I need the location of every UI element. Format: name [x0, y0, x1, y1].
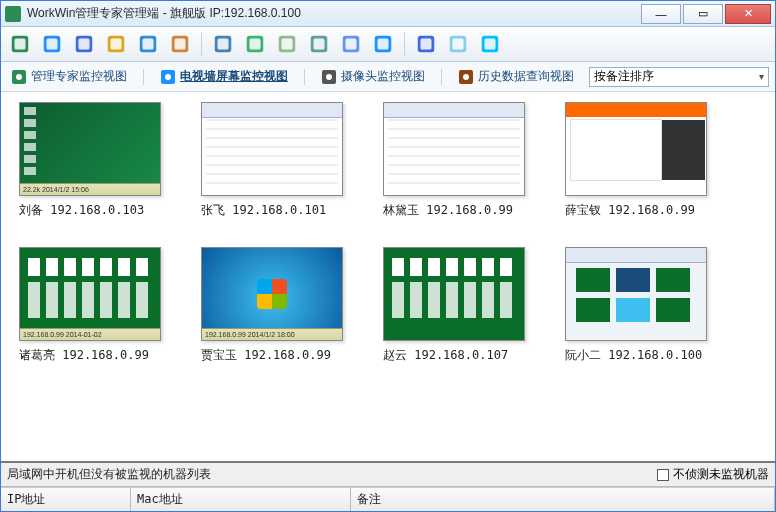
mail-icon[interactable] [274, 31, 300, 57]
svg-rect-11 [175, 39, 186, 50]
tab-label: 摄像头监控视图 [341, 68, 425, 85]
screenshot-preview[interactable] [565, 247, 707, 341]
unmonitored-panel: 局域网中开机但没有被监视的机器列表 不侦测未监视机器 IP地址 Mac地址 备注 [1, 461, 775, 511]
screenshot-preview[interactable]: 22.2k 2014/1/2 15:06 [19, 102, 161, 196]
content-area: 22.2k 2014/1/2 15:06刘备 192.168.0.103张飞 1… [1, 92, 775, 461]
tab-history[interactable]: 历史数据查询视图 [454, 66, 578, 87]
screenshot-preview[interactable] [383, 102, 525, 196]
svg-rect-7 [111, 39, 122, 50]
screenshot-preview[interactable]: 192.168.0.99 2014-01-02 [19, 247, 161, 341]
list-icon[interactable] [445, 31, 471, 57]
thumbnail-grid: 22.2k 2014/1/2 15:06刘备 192.168.0.103张飞 1… [19, 102, 757, 364]
maximize-button[interactable]: ▭ [683, 4, 723, 24]
book-icon[interactable] [413, 31, 439, 57]
checkbox-label: 不侦测未监视机器 [673, 466, 769, 483]
svg-rect-1 [15, 39, 26, 50]
col-note[interactable]: 备注 [351, 488, 775, 511]
sort-dropdown[interactable]: 按备注排序 ▾ [589, 67, 769, 87]
globe-icon[interactable] [39, 31, 65, 57]
client-thumbnail: 林黛玉 192.168.0.99 [383, 102, 525, 219]
zoom-icon[interactable] [306, 31, 332, 57]
client-caption: 赵云 192.168.0.107 [383, 347, 525, 364]
client-thumbnail: 阮小二 192.168.0.100 [565, 247, 707, 364]
app-icon [5, 6, 21, 22]
monitor-icon[interactable] [7, 31, 33, 57]
screenshot-preview[interactable] [565, 102, 707, 196]
tab-label: 电视墙屏幕监控视图 [180, 68, 288, 85]
unmonitored-table-header: IP地址 Mac地址 备注 [1, 487, 775, 511]
client-thumbnail: 192.168.0.99 2014-01-02诸葛亮 192.168.0.99 [19, 247, 161, 364]
client-thumbnail: 赵云 192.168.0.107 [383, 247, 525, 364]
tab-eye[interactable]: 管理专家监控视图 [7, 66, 131, 87]
unmonitored-header: 局域网中开机但没有被监视的机器列表 [7, 466, 657, 483]
close-button[interactable]: ✕ [725, 4, 771, 24]
window-title: WorkWin管理专家管理端 - 旗舰版 IP:192.168.0.100 [27, 5, 639, 22]
svg-rect-27 [453, 39, 464, 50]
lock-icon[interactable] [167, 31, 193, 57]
col-ip[interactable]: IP地址 [1, 488, 131, 511]
tab-label: 管理专家监控视图 [31, 68, 127, 85]
client-thumbnail: 薛宝钗 192.168.0.99 [565, 102, 707, 219]
screenshot-statusbar: 22.2k 2014/1/2 15:06 [20, 183, 160, 195]
tab-camera[interactable]: 摄像头监控视图 [317, 66, 429, 87]
svg-point-35 [326, 74, 332, 80]
svg-rect-13 [218, 39, 229, 50]
svg-rect-21 [346, 39, 357, 50]
svg-rect-5 [79, 39, 90, 50]
chevron-down-icon: ▾ [759, 71, 764, 82]
svg-rect-3 [47, 39, 58, 50]
sort-label: 按备注排序 [594, 68, 654, 85]
svg-rect-9 [143, 39, 154, 50]
svg-rect-15 [250, 39, 261, 50]
client-caption: 张飞 192.168.0.101 [201, 202, 343, 219]
main-toolbar [1, 27, 775, 62]
client-thumbnail: 22.2k 2014/1/2 15:06刘备 192.168.0.103 [19, 102, 161, 219]
titlebar: WorkWin管理专家管理端 - 旗舰版 IP:192.168.0.100 — … [1, 1, 775, 27]
screenshot-preview[interactable]: 192.168.0.99 2014/1/2 18:00 [201, 247, 343, 341]
svg-rect-29 [485, 39, 496, 50]
client-thumbnail: 192.168.0.99 2014/1/2 18:00贾宝玉 192.168.0… [201, 247, 343, 364]
screenshot-statusbar: 192.168.0.99 2014-01-02 [20, 328, 160, 340]
client-caption: 贾宝玉 192.168.0.99 [201, 347, 343, 364]
disc-icon[interactable] [370, 31, 396, 57]
svg-point-33 [165, 74, 171, 80]
client-caption: 林黛玉 192.168.0.99 [383, 202, 525, 219]
svg-rect-25 [421, 39, 432, 50]
users-icon[interactable] [103, 31, 129, 57]
check-icon[interactable] [242, 31, 268, 57]
tab-label: 历史数据查询视图 [478, 68, 574, 85]
screenshot-preview[interactable] [201, 102, 343, 196]
client-caption: 薛宝钗 192.168.0.99 [565, 202, 707, 219]
view-tabbar: 管理专家监控视图电视墙屏幕监控视图摄像头监控视图历史数据查询视图 按备注排序 ▾ [1, 62, 775, 92]
col-mac[interactable]: Mac地址 [131, 488, 351, 511]
chart-icon[interactable] [135, 31, 161, 57]
display-icon[interactable] [71, 31, 97, 57]
chain-icon[interactable] [338, 31, 364, 57]
svg-point-37 [463, 74, 469, 80]
client-caption: 刘备 192.168.0.103 [19, 202, 161, 219]
client-thumbnail: 张飞 192.168.0.101 [201, 102, 343, 219]
svg-rect-23 [378, 39, 389, 50]
svg-rect-19 [314, 39, 325, 50]
svg-point-31 [16, 74, 22, 80]
checkbox-box [657, 469, 669, 481]
no-detect-checkbox[interactable]: 不侦测未监视机器 [657, 466, 769, 483]
screenshot-statusbar: 192.168.0.99 2014/1/2 18:00 [202, 328, 342, 340]
minimize-button[interactable]: — [641, 4, 681, 24]
tab-tvwall[interactable]: 电视墙屏幕监控视图 [156, 66, 292, 87]
screenshot-preview[interactable] [383, 247, 525, 341]
help-icon[interactable] [477, 31, 503, 57]
client-caption: 诸葛亮 192.168.0.99 [19, 347, 161, 364]
screen-icon[interactable] [210, 31, 236, 57]
svg-rect-17 [282, 39, 293, 50]
client-caption: 阮小二 192.168.0.100 [565, 347, 707, 364]
